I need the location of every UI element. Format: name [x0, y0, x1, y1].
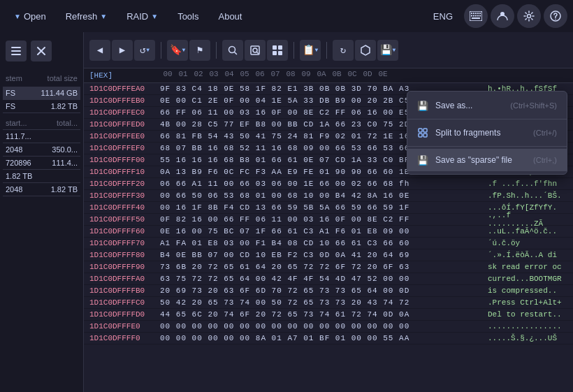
hex-row[interactable]: 1D1C0DFFFF30 00 66 50 06 53 68 01 00 68 …: [84, 190, 573, 202]
hex-row-addr: 1D1C0DFFFF20: [84, 180, 157, 188]
svg-rect-9: [477, 15, 479, 17]
hex-row[interactable]: 1D1C0DFFFE0 00 00 00 00 00 00 00 00 00 0…: [84, 321, 573, 333]
menu-open-label: Open: [24, 11, 46, 22]
help-icon-btn[interactable]: [544, 4, 567, 28]
sidebar-val3a: 720896: [6, 159, 31, 167]
svg-point-13: [528, 15, 531, 18]
hex-row-bytes: 50 42 20 65 73 74 00 50 72 65 73 73 20 4…: [157, 298, 482, 307]
menu-refresh[interactable]: Refresh ▼: [57, 7, 115, 26]
save-button[interactable]: 💾 ▼: [377, 40, 398, 61]
search-button[interactable]: [222, 40, 243, 61]
hex-row[interactable]: 1D1C0DFFFF0 00 00 00 00 00 00 8A 01 A7 0…: [84, 333, 573, 344]
sidebar-col-size: total size: [48, 74, 78, 82]
hex-row-addr: 1D1C0DFFFFC0: [84, 298, 157, 307]
rotate-button[interactable]: ↻: [333, 40, 354, 61]
menu-tools[interactable]: Tools: [169, 7, 207, 26]
sidebar-item-val5: 2048 1.82 TB: [3, 183, 80, 196]
hex-row[interactable]: 1D1C0DFFFF60 0E 16 00 75 BC 07 1F 66 61 …: [84, 226, 573, 238]
sidebar-val3b: 111.4...: [52, 159, 78, 167]
hex-header-text: [482, 70, 573, 81]
menu-raid[interactable]: RAID ▼: [118, 7, 166, 26]
svg-rect-25: [278, 51, 282, 55]
content-area: ◀ ▶ ↺ ▼ 🔖 ▼ ⚑: [84, 32, 573, 392]
hex-row-addr: 1D1C0DFFFEC0: [84, 108, 157, 117]
sidebar-close-btn[interactable]: [31, 41, 52, 61]
sidebar-item-fs2[interactable]: FS 1.82 TB: [3, 100, 80, 113]
copy-button[interactable]: 📋 ▼: [300, 40, 321, 61]
sidebar-hamburger-btn[interactable]: [6, 41, 27, 61]
app-container: ▼ Open Refresh ▼ RAID ▼ Tools About ENG: [0, 0, 573, 392]
hex-row-bytes: 63 75 72 72 65 64 00 42 4F 4F 54 4D 47 5…: [157, 275, 482, 283]
bookmark-button[interactable]: 🔖 ▼: [167, 40, 188, 61]
sidebar-item-val4: 1.82 TB: [3, 170, 80, 183]
hex-row[interactable]: 1D1C0DFFFF20 06 66 A1 11 00 66 03 06 00 …: [84, 178, 573, 190]
hex-row[interactable]: 1D1C0DFFFF80 B4 0E BB 07 00 CD 10 EB F2 …: [84, 249, 573, 261]
ctx-split-fragments[interactable]: Split to fragments (Ctrl+/): [407, 122, 567, 144]
hex-row[interactable]: 1D1C0DFFFF90 73 6B 20 72 65 61 64 20 65 …: [84, 261, 573, 273]
svg-rect-29: [419, 133, 422, 137]
user-icon-btn[interactable]: [491, 4, 514, 28]
sidebar-item-fs1[interactable]: FS 111.44 GB: [3, 87, 80, 100]
hex-row-addr: 1D1C0DFFFF60: [84, 227, 157, 235]
svg-rect-16: [11, 47, 21, 48]
hex-row-bytes: B4 0E BB 07 00 CD 10 EB F2 C3 0D 0A 41 2…: [157, 251, 482, 259]
hex-row-text: .,..f ..........ZÃ: [482, 211, 573, 228]
svg-rect-18: [11, 54, 21, 55]
svg-rect-17: [11, 50, 21, 52]
forward-button[interactable]: ▶: [112, 40, 133, 61]
hex-row-text: ´ú.č.öy: [482, 239, 573, 247]
ctx-split-label: Split to fragments: [435, 128, 526, 138]
lang-badge: ENG: [425, 11, 461, 22]
hex-row-text: .f ...f...f'fhn: [482, 180, 573, 188]
hex-row[interactable]: 1D1C0DFFFFC0 50 42 20 65 73 74 00 50 72 …: [84, 297, 573, 309]
hex-row-addr: 1D1C0DFFFFB0: [84, 286, 157, 295]
sidebar-total-label: total...: [57, 119, 78, 127]
svg-point-15: [555, 19, 556, 20]
grid-button[interactable]: [267, 40, 288, 61]
sidebar-val1: 111.7...: [6, 132, 31, 140]
flag-button[interactable]: ⚑: [189, 40, 210, 61]
hex-row[interactable]: 1D1C0DFFFFB0 20 69 73 20 63 6F 6D 70 72 …: [84, 285, 573, 297]
sidebar-val5a: 2048: [6, 185, 22, 194]
hex-row-bytes: 00 00 00 00 00 00 00 00 00 00 00 00 00 0…: [157, 322, 482, 331]
refresh-icon: ↺: [140, 44, 145, 56]
svg-marker-26: [361, 45, 370, 55]
menu-refresh-label: Refresh: [66, 11, 98, 22]
sidebar: stem total size FS 111.44 GB FS 1.82 TB …: [0, 32, 84, 392]
sidebar-val5b: 1.82 TB: [51, 185, 78, 194]
hex-row-addr: 1D1C0DFFFED0: [84, 120, 157, 129]
menubar: ▼ Open Refresh ▼ RAID ▼ Tools About ENG: [0, 0, 573, 32]
hex-row-bytes: 00 16 1F 8B F4 CD 13 66 59 5B 5A 66 59 6…: [157, 203, 482, 212]
keyboard-icon-btn[interactable]: [464, 4, 488, 28]
ctx-save-sparse[interactable]: 💾 Save as "sparse" file (Ctrl+,): [407, 149, 567, 171]
sidebar-item-meta: start... total...: [3, 113, 80, 130]
hex-row-bytes: 06 66 A1 11 00 66 03 06 00 1E 66 00 02 6…: [157, 180, 482, 188]
svg-rect-27: [419, 129, 422, 132]
hex-row[interactable]: 1D1C0DFFFF70 A1 FA 01 E8 03 00 F1 B4 08 …: [84, 238, 573, 249]
back-button[interactable]: ◀: [89, 40, 110, 61]
refresh-arrow: ▼: [146, 47, 150, 53]
refresh-button[interactable]: ↺ ▼: [134, 40, 155, 61]
ctx-save-as[interactable]: 💾 Save as... (Ctrl+Shift+S): [407, 94, 567, 117]
hex-row[interactable]: 1D1C0DFFFF50 0F 82 16 00 66 FF 06 11 00 …: [84, 214, 573, 226]
ctx-save-as-shortcut: (Ctrl+Shift+S): [510, 101, 557, 110]
svg-rect-2: [473, 13, 474, 14]
hex-row-bytes: 00 00 00 00 00 00 8A 01 A7 01 BF 01 00 0…: [157, 334, 482, 342]
hex-row-text: is compressed..: [482, 286, 573, 295]
hex-row[interactable]: 1D1C0DFFFFA0 63 75 72 72 65 64 00 42 4F …: [84, 273, 573, 285]
menu-about[interactable]: About: [210, 7, 250, 26]
svg-rect-5: [479, 13, 481, 14]
copy-icon: 📋: [303, 44, 314, 56]
ctx-save-as-label: Save as...: [435, 101, 503, 110]
menu-raid-label: RAID: [126, 11, 148, 22]
sidebar-fs1-size: 111.44 GB: [41, 89, 78, 97]
hex-button[interactable]: [355, 40, 376, 61]
hex-row-addr: 1D1C0DFFFE0: [84, 322, 157, 331]
settings-icon-btn[interactable]: [517, 4, 541, 28]
menu-open[interactable]: ▼ Open: [6, 7, 55, 26]
hex-row[interactable]: 1D1C0DFFFFD0 44 65 6C 20 74 6F 20 72 65 …: [84, 309, 573, 321]
hex-row-bytes: 0E 16 00 75 BC 07 1F 66 61 C3 A1 F6 01 E…: [157, 227, 482, 235]
bookmark-arrow: ▼: [182, 47, 186, 53]
find-button[interactable]: [245, 40, 266, 61]
svg-rect-8: [475, 15, 477, 17]
